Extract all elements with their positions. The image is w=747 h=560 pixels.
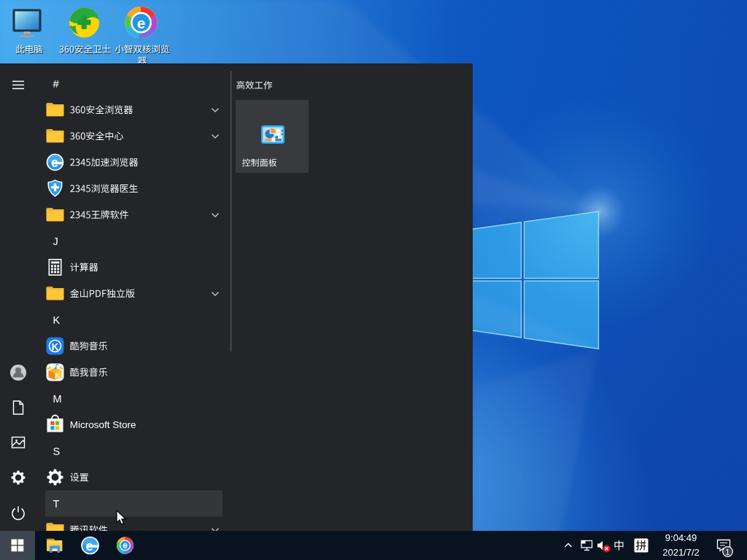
svg-text:9:04:49: 9:04:49 bbox=[665, 532, 697, 543]
svg-text:Microsoft Store: Microsoft Store bbox=[70, 419, 136, 430]
svg-text:e: e bbox=[137, 15, 146, 31]
svg-text:K: K bbox=[55, 371, 61, 379]
svg-text:e: e bbox=[123, 540, 128, 551]
svg-text:M: M bbox=[53, 393, 62, 405]
svg-text:#: # bbox=[53, 78, 59, 90]
svg-text:1: 1 bbox=[726, 548, 730, 556]
svg-text:K: K bbox=[52, 341, 59, 352]
svg-text:J: J bbox=[53, 236, 58, 247]
svg-text:T: T bbox=[53, 498, 60, 510]
svg-text:2021/7/2: 2021/7/2 bbox=[662, 547, 700, 558]
svg-text:S: S bbox=[53, 446, 61, 457]
svg-text:K: K bbox=[53, 314, 61, 326]
